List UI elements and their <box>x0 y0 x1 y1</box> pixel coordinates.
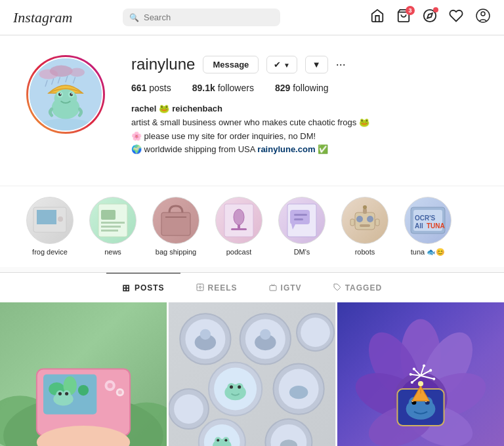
svg-point-90 <box>260 329 270 340</box>
svg-rect-49 <box>375 219 379 226</box>
highlight-label-tuna: tuna 🐟😊 <box>411 248 445 256</box>
svg-point-80 <box>118 390 122 394</box>
svg-point-92 <box>301 318 330 348</box>
svg-rect-27 <box>101 210 116 220</box>
svg-rect-61 <box>270 286 276 291</box>
svg-point-136 <box>411 381 413 384</box>
highlight-bag-shipping[interactable]: bag shipping <box>152 197 200 256</box>
highlight-circle-bag-shipping <box>152 197 200 244</box>
highlight-dms[interactable]: DM's <box>278 197 326 256</box>
username: rainylune <box>131 55 195 73</box>
svg-marker-2 <box>427 13 432 18</box>
post-1-image <box>0 302 167 446</box>
svg-point-131 <box>413 368 415 371</box>
svg-point-111 <box>224 439 227 441</box>
avatar-container <box>26 55 105 134</box>
shop-icon[interactable]: 3 <box>396 9 411 26</box>
search-container: 🔍 <box>123 9 280 26</box>
post-3-image <box>337 302 504 446</box>
bio-line1: artist & small business owner who makes … <box>131 116 478 130</box>
highlight-news[interactable]: news <box>89 197 136 256</box>
profile-info: rainylune Message ✔ ▼ ▼ ··· 661 posts 89… <box>131 55 478 157</box>
svg-point-4 <box>481 12 485 16</box>
followers-stat[interactable]: 89.1k followers <box>192 83 254 93</box>
svg-rect-30 <box>101 230 118 232</box>
tab-igtv[interactable]: IGTV <box>253 273 318 302</box>
svg-rect-40 <box>294 214 307 216</box>
grid-post-1[interactable] <box>0 302 167 446</box>
tabs-section: ⊞ POSTS REELS IGTV TAGGED <box>0 272 504 302</box>
photo-grid <box>0 302 504 446</box>
svg-point-7 <box>50 66 73 77</box>
svg-rect-24 <box>37 210 56 224</box>
svg-point-47 <box>363 205 367 209</box>
svg-rect-29 <box>101 226 121 228</box>
follow-arrow-icon: ▼ <box>284 62 290 69</box>
home-icon[interactable] <box>370 9 385 26</box>
svg-point-22 <box>40 119 91 131</box>
svg-point-20 <box>60 93 61 94</box>
bio-link[interactable]: rainylune.com <box>257 143 315 157</box>
more-options-button[interactable]: ··· <box>336 58 346 71</box>
highlight-circle-frog-device <box>26 197 74 244</box>
following-stat[interactable]: 829 following <box>275 83 329 93</box>
igtv-tab-label: IGTV <box>281 283 302 293</box>
svg-point-134 <box>432 378 435 380</box>
highlight-label-bag-shipping: bag shipping <box>156 248 196 256</box>
follow-dropdown-button[interactable]: ✔ ▼ <box>266 56 297 73</box>
tab-posts[interactable]: ⊞ POSTS <box>106 273 180 302</box>
highlight-label-frog-device: frog device <box>32 248 68 256</box>
svg-rect-28 <box>101 222 125 224</box>
highlight-circle-tuna: OCR'SAllTUNA <box>404 197 452 244</box>
svg-rect-46 <box>363 209 367 214</box>
highlight-label-news: news <box>104 248 121 256</box>
highlight-label-robots: robots <box>355 248 375 256</box>
avatar-image <box>30 57 102 132</box>
profile-section: rainylune Message ✔ ▼ ▼ ··· 661 posts 89… <box>0 35 504 186</box>
search-input[interactable] <box>123 9 280 26</box>
grid-post-2[interactable] <box>169 302 335 446</box>
reels-tab-icon <box>196 283 204 293</box>
message-button[interactable]: Message <box>203 56 259 73</box>
svg-point-149 <box>418 381 423 386</box>
heart-icon[interactable] <box>449 9 463 26</box>
svg-point-25 <box>58 216 63 222</box>
svg-rect-26 <box>98 204 127 237</box>
svg-rect-48 <box>350 219 354 226</box>
svg-point-21 <box>72 93 73 94</box>
tab-tagged[interactable]: TAGGED <box>318 273 398 302</box>
svg-point-135 <box>410 373 412 376</box>
highlight-podcast[interactable]: podcast <box>215 197 262 256</box>
highlight-label-dms: DM's <box>294 248 310 256</box>
tabs-row: ⊞ POSTS REELS IGTV TAGGED <box>0 273 504 302</box>
tab-reels[interactable]: REELS <box>180 273 253 302</box>
bio-name: rachel 🐸 reichenbach <box>131 102 478 116</box>
highlight-tuna[interactable]: OCR'SAllTUNA tuna 🐟😊 <box>404 197 452 256</box>
highlight-label-podcast: podcast <box>226 248 252 256</box>
stats-row: 661 posts 89.1k followers 829 following <box>131 83 478 93</box>
svg-point-86 <box>200 329 211 340</box>
svg-point-133 <box>429 369 432 372</box>
highlight-robots[interactable]: robots <box>341 197 388 256</box>
highlights-row: frog device news bag shipping podcast DM <box>26 197 478 256</box>
svg-point-34 <box>234 209 244 225</box>
highlight-frog-device[interactable]: frog device <box>26 197 74 256</box>
grid-post-3[interactable] <box>337 302 504 446</box>
avatar-ring <box>26 55 105 134</box>
compass-icon[interactable] <box>423 9 437 26</box>
posts-tab-label: POSTS <box>135 283 165 293</box>
igtv-tab-icon <box>269 283 277 293</box>
profile-top-row: rainylune Message ✔ ▼ ▼ ··· <box>131 55 478 73</box>
profile-avatar-icon[interactable] <box>475 8 491 27</box>
bio-line3: 🌍 worldwide shipping from USA rainylune.… <box>131 143 478 157</box>
svg-point-104 <box>174 394 203 424</box>
navigation: Instagram 🔍 3 <box>0 0 504 35</box>
bio-section: rachel 🐸 reichenbach artist & small busi… <box>131 102 478 157</box>
svg-point-76 <box>65 392 68 395</box>
svg-point-99 <box>238 386 241 389</box>
bio-line2: 🌸 please use my site for order inquiries… <box>131 130 478 144</box>
more-options-dropdown[interactable]: ▼ <box>305 56 328 73</box>
svg-point-18 <box>58 93 62 96</box>
svg-rect-31 <box>161 213 190 235</box>
follow-check-icon: ✔ <box>274 60 281 70</box>
